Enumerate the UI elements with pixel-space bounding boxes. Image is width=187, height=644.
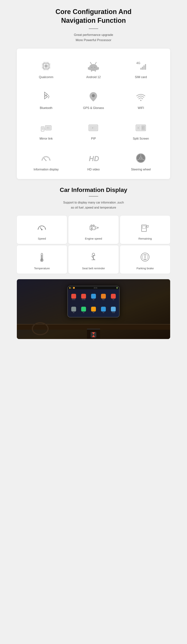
simcard-icon: 4G [133, 60, 148, 72]
svg-rect-22 [91, 70, 92, 72]
feature-steering: Steering wheel [117, 146, 164, 175]
svg-point-85 [145, 259, 146, 260]
feature-wifi-label: WIFI [138, 106, 144, 110]
fuel-icon [138, 221, 152, 234]
info-remaining-label: Remaining [138, 236, 152, 240]
svg-point-51 [46, 160, 46, 161]
svg-point-64 [41, 229, 42, 230]
feature-sim: 4G SIM card [117, 54, 164, 83]
feature-mirror-label: Mirror link [40, 136, 53, 141]
svg-rect-28 [145, 64, 146, 70]
car-info-title: Car Information Display [60, 186, 127, 194]
svg-rect-15 [89, 67, 98, 70]
svg-line-49 [49, 159, 50, 160]
svg-rect-21 [98, 67, 99, 70]
info-engine-label: Engine speed [85, 236, 102, 240]
mirror-icon [39, 121, 54, 134]
info-temperature-label: Temperature [34, 266, 50, 270]
car-image-section: 🔔 ◻ 📶 15:31 🔋 Chrome YouTube [17, 279, 170, 339]
main-title: Core Configuration And Navigation Functi… [56, 8, 132, 25]
svg-line-19 [95, 62, 96, 64]
svg-point-54 [140, 157, 142, 159]
svg-rect-23 [94, 70, 96, 72]
info-seatbelt: Seat belt reminder [68, 246, 118, 274]
feature-gps-label: GPS & Glonass [83, 106, 104, 110]
feature-gps: GPS & Glonass [70, 85, 117, 114]
android-icon [86, 60, 101, 72]
info-parking: Parking brake [120, 246, 170, 274]
svg-line-45 [42, 159, 43, 160]
feature-android-label: Android 12 [86, 75, 100, 79]
feature-mirror: Mirror link [22, 116, 70, 144]
svg-point-79 [41, 260, 42, 261]
feature-card: Qualcomm [17, 48, 170, 179]
svg-point-30 [140, 100, 141, 101]
wifi-icon [133, 90, 148, 103]
svg-rect-66 [91, 225, 92, 226]
svg-rect-20 [88, 67, 89, 70]
bluetooth-icon [39, 90, 54, 103]
feature-split-label: Split Screen [133, 136, 149, 141]
chip-icon [39, 60, 54, 72]
info-speed: Speed [17, 216, 67, 244]
feature-wifi: WIFI [117, 85, 164, 114]
feature-bluetooth-label: Bluetooth [40, 106, 52, 110]
svg-line-58 [38, 228, 39, 229]
dashboard-screen: 🔔 ◻ 📶 15:31 🔋 Chrome YouTube [67, 286, 120, 318]
feature-bluetooth: Bluetooth [22, 85, 70, 114]
car-info-desc: Support to display many car infomration … [63, 200, 124, 210]
page-wrapper: Core Configuration And Navigation Functi… [0, 0, 187, 346]
info-remaining: Remaining [120, 216, 170, 244]
thermometer-icon [35, 250, 48, 264]
hd-icon: HD [86, 152, 101, 165]
feature-qualcomm: Qualcomm [22, 54, 70, 83]
info-temperature: Temperature [17, 246, 67, 274]
svg-rect-26 [142, 67, 143, 70]
speedometer-icon [35, 221, 48, 234]
info-grid: Speed [17, 216, 170, 274]
pip-icon [86, 121, 101, 134]
svg-text:!: ! [92, 228, 92, 229]
feature-steering-label: Steering wheel [131, 168, 151, 172]
info-parking-label: Parking brake [136, 266, 154, 270]
svg-rect-68 [95, 227, 97, 229]
svg-text:4G: 4G [136, 62, 140, 65]
seatbelt-icon [87, 250, 100, 264]
feature-grid: Qualcomm [22, 54, 164, 175]
car-dashboard-mockup: 🔔 ◻ 📶 15:31 🔋 Chrome YouTube [17, 279, 170, 339]
svg-line-18 [90, 62, 92, 64]
svg-text:HD: HD [89, 155, 99, 162]
svg-point-81 [92, 253, 94, 256]
info-seatbelt-label: Seat belt reminder [82, 266, 105, 270]
svg-rect-65 [90, 226, 95, 230]
gps-icon [86, 90, 101, 103]
svg-rect-25 [140, 68, 142, 70]
speedo-icon [39, 152, 54, 165]
title-divider [89, 28, 98, 29]
svg-rect-67 [93, 225, 94, 226]
svg-rect-1 [44, 64, 48, 68]
svg-point-29 [92, 94, 95, 97]
feature-android: Android 12 [70, 54, 117, 83]
feature-info: Information display [22, 146, 70, 175]
section-divider [89, 196, 98, 196]
svg-line-62 [45, 228, 45, 229]
feature-qualcomm-label: Qualcomm [39, 75, 53, 79]
split-icon [133, 121, 148, 134]
subtitle: Great performance upgrade More Powerful … [74, 32, 113, 43]
feature-split: Split Screen [117, 116, 164, 144]
feature-sim-label: SIM card [135, 75, 147, 79]
info-engine: ! Engine speed [68, 216, 118, 244]
engine-icon: ! [87, 221, 100, 234]
wheel-icon [133, 152, 148, 165]
feature-pip-label: PIP [91, 136, 96, 141]
svg-rect-27 [144, 66, 144, 70]
info-speed-label: Speed [38, 236, 46, 240]
parking-icon [138, 250, 152, 264]
svg-rect-75 [142, 226, 146, 228]
svg-rect-32 [42, 127, 44, 130]
feature-pip: PIP [70, 116, 117, 144]
feature-hd: HD HD video [70, 146, 117, 175]
feature-hd-label: HD video [87, 168, 100, 172]
feature-info-label: Information display [34, 168, 59, 172]
